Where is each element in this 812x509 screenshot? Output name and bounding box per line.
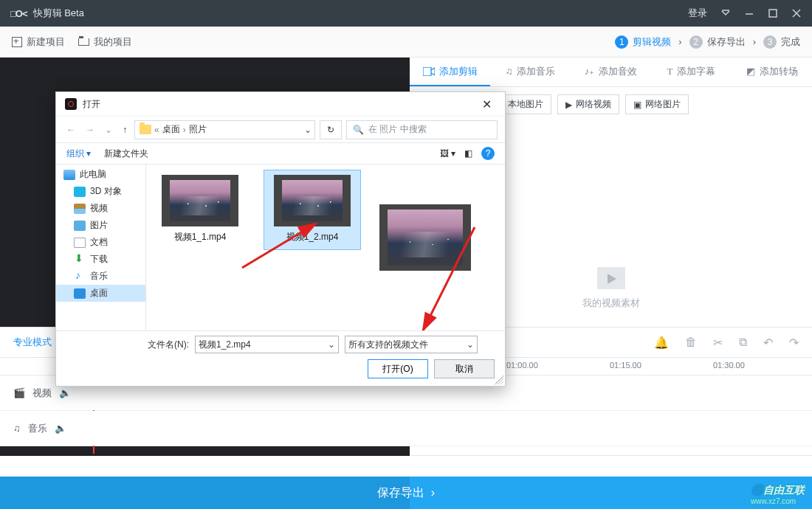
transition-icon: ◩ — [746, 66, 755, 77]
export-button[interactable]: 保存导出 › — [0, 477, 812, 509]
chevron-right-icon: › — [753, 36, 756, 47]
ruler-tick: 01:30.00 — [713, 361, 745, 370]
tab-add-transition[interactable]: ◩添加转场 — [732, 58, 812, 86]
view-thumbnails-icon[interactable]: 🖼 ▾ — [440, 148, 455, 159]
music-note-icon: ♫ — [506, 66, 513, 77]
trash-icon[interactable]: 🗑 — [685, 336, 697, 350]
tree-item-desktop[interactable]: 桌面 — [56, 285, 145, 302]
video-track-icon: 🎬 — [13, 387, 25, 398]
preview-thumbnail — [376, 200, 472, 281]
step-edit[interactable]: 1剪辑视频 — [615, 35, 671, 49]
tree-item-3d[interactable]: 3D 对象 — [56, 183, 145, 200]
tree-item-this-pc[interactable]: 此电脑 — [56, 166, 145, 183]
new-project-button[interactable]: 新建项目 — [12, 35, 65, 49]
document-icon — [74, 238, 86, 248]
cube-icon — [74, 187, 86, 197]
tree-item-videos[interactable]: 视频 — [56, 200, 145, 217]
music-folder-icon — [74, 271, 86, 282]
dialog-title: 打开 — [83, 98, 100, 111]
tree-item-pictures[interactable]: 图片 — [56, 217, 145, 234]
help-icon[interactable]: ? — [481, 147, 495, 160]
filename-input[interactable]: 视频1_2.mp4⌄ — [195, 336, 339, 353]
filetype-filter[interactable]: 所有支持的视频文件⌄ — [345, 336, 478, 353]
tree-item-downloads[interactable]: 下载 — [56, 251, 145, 268]
image-icon: ▣ — [633, 100, 641, 110]
tab-add-subtitle[interactable]: T添加字幕 — [651, 58, 732, 86]
login-button[interactable]: 登录 — [688, 7, 707, 20]
split-icon[interactable]: ✂ — [713, 336, 723, 350]
net-image-button[interactable]: ▣网络图片 — [625, 94, 689, 114]
maximize-icon[interactable] — [768, 8, 778, 18]
new-folder-button[interactable]: 新建文件夹 — [104, 148, 148, 160]
back-icon[interactable]: ← — [63, 122, 78, 138]
app-name: 快剪辑 Beta — [33, 7, 84, 20]
video-thumbnail — [162, 175, 238, 226]
mute-icon[interactable]: 🔈 — [59, 387, 71, 398]
up-icon[interactable]: ↑ — [120, 122, 130, 138]
tree-item-documents[interactable]: 文档 — [56, 234, 145, 251]
search-placeholder: 在 照片 中搜索 — [368, 123, 427, 136]
preview-pane-icon[interactable]: ◧ — [464, 148, 472, 159]
sound-fx-icon: ♪₊ — [585, 66, 595, 77]
folder-icon — [140, 125, 151, 134]
folder-icon — [78, 38, 89, 46]
file-item[interactable]: 视频1_1.mp4 — [152, 170, 248, 249]
video-thumbnail — [274, 175, 351, 226]
mute-icon[interactable]: 🔈 — [55, 423, 66, 434]
cancel-button[interactable]: 取消 — [434, 359, 495, 378]
track-label: 音乐 — [28, 422, 47, 435]
video-folder-icon — [74, 204, 86, 214]
resize-grip[interactable] — [495, 375, 503, 384]
video-icon — [423, 67, 435, 76]
dialog-close-icon[interactable]: ✕ — [478, 94, 496, 114]
tab-add-sfx[interactable]: ♪₊添加音效 — [571, 58, 651, 86]
undo-icon[interactable]: ↶ — [763, 336, 773, 350]
play-icon: ▶ — [565, 100, 572, 110]
bell-icon[interactable]: 🔔 — [654, 336, 669, 350]
recent-dropdown-icon[interactable]: ⌄ — [102, 122, 115, 138]
dialog-search[interactable]: 🔍 在 照片 中搜索 — [346, 120, 498, 139]
minimize-icon[interactable] — [744, 8, 754, 18]
file-item-selected[interactable]: 视频1_2.mp4 — [264, 170, 360, 249]
plus-square-icon — [12, 37, 22, 47]
organize-button[interactable]: 组织 ▾ — [66, 148, 91, 160]
tab-add-clip[interactable]: 添加剪辑 — [410, 58, 490, 86]
breadcrumb[interactable]: « 桌面 › 照片 ⌄ — [134, 120, 315, 139]
filename-label: 文件名(N): — [148, 339, 189, 351]
track-body[interactable] — [93, 411, 812, 446]
desktop-icon — [74, 288, 86, 299]
tab-add-music[interactable]: ♫添加音乐 — [490, 58, 571, 86]
app-logo: □O< — [10, 8, 27, 19]
ruler-tick: 01:15.00 — [610, 361, 641, 370]
asset-tabs: 添加剪辑 ♫添加音乐 ♪₊添加音效 T添加字幕 ◩添加转场 — [410, 58, 812, 87]
track-music: ♫ 音乐 🔈 — [0, 411, 812, 446]
redo-icon[interactable]: ↷ — [789, 336, 799, 350]
new-project-label: 新建项目 — [27, 35, 65, 49]
text-icon: T — [667, 66, 673, 77]
menu-dropdown-icon[interactable] — [720, 8, 731, 18]
chevron-right-icon: › — [678, 36, 681, 47]
dialog-organize-row: 组织 ▾ 新建文件夹 🖼 ▾ ◧ ? — [56, 142, 505, 165]
open-button[interactable]: 打开(O) — [368, 359, 428, 378]
music-track-icon: ♫ — [13, 423, 21, 434]
search-icon: 🔍 — [353, 125, 364, 135]
folder-tree[interactable]: 此电脑 3D 对象 视频 图片 文档 下载 音乐 桌面 — [56, 165, 146, 330]
dialog-nav: ← → ⌄ ↑ « 桌面 › 照片 ⌄ ↻ 🔍 在 照片 中搜索 — [56, 116, 505, 142]
app-small-icon — [65, 98, 77, 110]
close-icon[interactable] — [791, 8, 802, 18]
picture-folder-icon — [74, 221, 86, 231]
svg-rect-5 — [423, 67, 431, 76]
tree-item-music[interactable]: 音乐 — [56, 268, 145, 285]
copy-icon[interactable]: ⧉ — [739, 336, 747, 350]
my-projects-button[interactable]: 我的项目 — [78, 35, 132, 49]
net-video-button[interactable]: ▶网络视频 — [557, 94, 619, 114]
step-done[interactable]: 3完成 — [763, 35, 800, 49]
file-grid[interactable]: 视频1_1.mp4 视频1_2.mp4 — [146, 165, 505, 330]
refresh-icon[interactable]: ↻ — [320, 120, 342, 139]
step-export[interactable]: 2保存导出 — [689, 35, 746, 49]
file-open-dialog: 打开 ✕ ← → ⌄ ↑ « 桌面 › 照片 ⌄ ↻ 🔍 在 照片 中搜索 组织… — [55, 91, 506, 387]
download-icon — [74, 254, 86, 265]
svg-rect-2 — [769, 10, 777, 17]
toolbar: 新建项目 我的项目 1剪辑视频 › 2保存导出 › 3完成 — [0, 27, 812, 58]
ruler-tick: 01:00.00 — [506, 361, 538, 370]
